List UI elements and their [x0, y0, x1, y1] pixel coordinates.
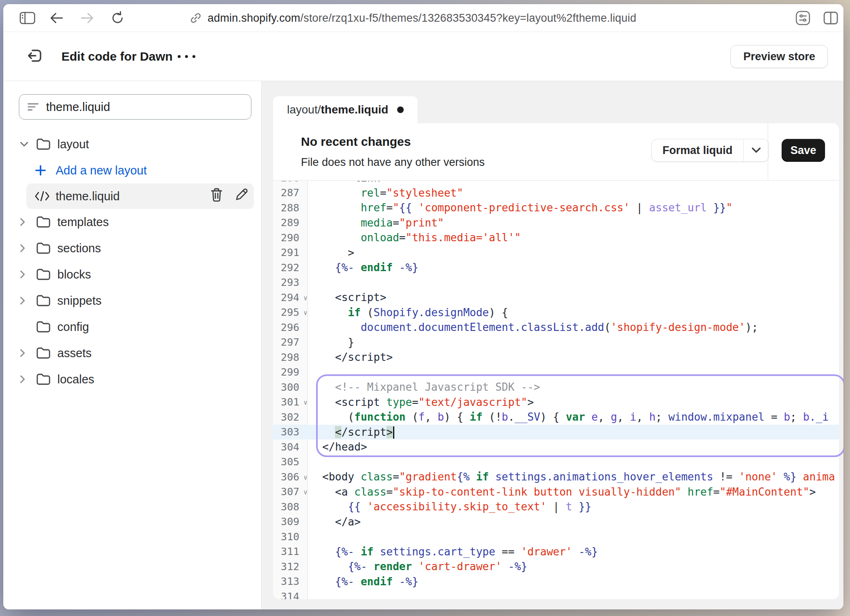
code-line-302[interactable]: 302 (function (f, b) { if (!b.__SV) { va…	[273, 410, 839, 425]
fold-toggle-icon[interactable]: ∨	[303, 488, 307, 496]
code-line-288[interactable]: 288 href="{{ 'component-predictive-searc…	[273, 200, 839, 215]
line-number: 313	[273, 575, 308, 587]
forward-icon[interactable]	[80, 12, 94, 24]
preview-store-button[interactable]: Preview store	[730, 45, 828, 68]
code-line-300[interactable]: 300 <!-- Mixpanel Javascript SDK -->	[273, 380, 839, 395]
code-line-296[interactable]: 296 document.documentElement.classList.a…	[273, 320, 839, 335]
page-settings-icon[interactable]	[795, 11, 811, 25]
sidebar-item-theme-liquid[interactable]: theme.liquid	[26, 183, 254, 209]
code-line-305[interactable]: 305	[273, 455, 839, 470]
code-line-295[interactable]: 295∨ if (Shopify.designMode) {	[273, 305, 839, 320]
code-line-314[interactable]: 314	[273, 589, 839, 599]
line-number: 293	[273, 276, 308, 288]
reload-icon[interactable]	[111, 11, 124, 25]
sidebar-item-label: layout	[57, 138, 89, 151]
chevron-right-icon	[20, 349, 25, 358]
folder-icon	[36, 373, 51, 385]
code-line-311[interactable]: 311 {%- if settings.cart_type == 'drawer…	[273, 544, 839, 559]
sidebar-item-config[interactable]: config	[3, 314, 261, 340]
format-liquid-button[interactable]: Format liquid	[651, 139, 769, 162]
split-view-icon[interactable]	[823, 11, 838, 25]
format-options-chevron[interactable]	[743, 139, 769, 161]
plus-icon	[34, 164, 47, 177]
code-editor[interactable]: 286 <link287 rel="stylesheet"288 href="{…	[273, 181, 839, 599]
code-line-303[interactable]: 303 </script>	[273, 425, 839, 440]
sidebar-item-layout[interactable]: layout	[3, 131, 261, 157]
url-text: admin.shopify.com/store/rzq1xu-f5/themes…	[208, 12, 636, 25]
line-number: 291	[273, 247, 308, 258]
code-line-299[interactable]: 299	[273, 365, 839, 380]
browser-toolbar: admin.shopify.com/store/rzq1xu-f5/themes…	[3, 4, 843, 32]
fold-toggle-icon[interactable]: ∨	[303, 309, 307, 317]
sidebar-item-label: templates	[57, 215, 109, 229]
save-button[interactable]: Save	[782, 139, 825, 162]
code-editor-card: No recent changes File does not have any…	[273, 123, 839, 599]
code-line-313[interactable]: 313 {%- endif -%}	[273, 574, 839, 589]
code-line-292[interactable]: 292 {%- endif -%}	[273, 260, 839, 275]
line-number: 304	[273, 441, 308, 453]
sidebar-item-assets[interactable]: assets	[3, 340, 261, 366]
sidebar-item-sections[interactable]: sections	[3, 235, 261, 261]
chevron-right-icon	[20, 270, 25, 279]
fold-toggle-icon[interactable]: ∨	[303, 473, 307, 481]
chevron-down-icon	[20, 141, 29, 147]
fold-toggle-icon[interactable]: ∨	[303, 294, 307, 302]
sidebar-item-label: locales	[57, 373, 94, 386]
line-number: 300	[273, 381, 308, 393]
line-number: 298	[273, 351, 308, 363]
sidebar-item-snippets[interactable]: snippets	[3, 288, 261, 314]
sidebar-item-add-a-new-layout[interactable]: Add a new layout	[3, 157, 261, 183]
code-line-304[interactable]: 304</head>	[273, 439, 839, 455]
folder-icon	[36, 294, 51, 307]
code-line-306[interactable]: 306∨<body class="gradient{% if settings.…	[273, 469, 839, 485]
code-line-286[interactable]: 286 <link	[273, 181, 839, 186]
line-number: 286	[273, 181, 308, 184]
code-line-298[interactable]: 298 </script>	[273, 350, 839, 365]
trash-icon[interactable]	[210, 188, 223, 202]
code-line-290[interactable]: 290 onload="this.media='all'"	[273, 230, 839, 245]
line-number: 312	[273, 561, 308, 573]
code-line-289[interactable]: 289 media="print"	[273, 215, 839, 231]
code-line-297[interactable]: 297 }	[273, 335, 839, 350]
file-filter-input[interactable]	[46, 100, 243, 114]
file-sidebar: layoutAdd a new layouttheme.liquidtempla…	[3, 81, 261, 609]
back-icon[interactable]	[50, 12, 63, 24]
line-number: 287	[273, 187, 308, 199]
line-number: 292	[273, 262, 308, 274]
more-menu-button[interactable]	[174, 51, 199, 62]
file-filter-box[interactable]	[19, 94, 251, 120]
address-bar[interactable]: admin.shopify.com/store/rzq1xu-f5/themes…	[190, 4, 636, 32]
code-line-294[interactable]: 294∨ <script>	[273, 290, 839, 305]
fold-toggle-icon[interactable]: ∨	[303, 399, 307, 406]
exit-editor-button[interactable]	[24, 44, 47, 67]
line-number: 296	[273, 322, 308, 333]
code-line-287[interactable]: 287 rel="stylesheet"	[273, 186, 839, 201]
code-line-308[interactable]: 308 {{ 'accessibility.skip_to_text' | t …	[273, 499, 839, 514]
pencil-button[interactable]	[235, 188, 248, 205]
sidebar-item-blocks[interactable]: blocks	[3, 261, 261, 288]
code-line-293[interactable]: 293	[273, 275, 839, 290]
app-header: Edit code for Dawn Preview store	[3, 32, 843, 81]
code-line-309[interactable]: 309 </a>	[273, 514, 839, 530]
tab-theme-liquid[interactable]: layout/theme.liquid	[273, 96, 418, 123]
code-line-310[interactable]: 310	[273, 529, 839, 544]
sidebar-toggle-icon[interactable]	[20, 12, 35, 24]
folder-icon	[36, 242, 51, 254]
line-number: 297	[273, 336, 308, 348]
sidebar-item-label: assets	[57, 346, 92, 360]
format-liquid-label: Format liquid	[652, 139, 743, 161]
pencil-icon[interactable]	[235, 188, 248, 201]
exit-icon	[27, 47, 44, 64]
trash-button[interactable]	[210, 188, 223, 205]
code-line-307[interactable]: 307∨ <a class="skip-to-content-link butt…	[273, 485, 839, 500]
sidebar-item-templates[interactable]: templates	[3, 209, 261, 235]
sidebar-item-locales[interactable]: locales	[3, 366, 261, 392]
line-number: 289	[273, 217, 308, 229]
code-line-291[interactable]: 291 >	[273, 245, 839, 260]
folder-icon	[36, 216, 51, 228]
line-number: 295∨	[273, 306, 308, 318]
code-line-312[interactable]: 312 {%- render 'cart-drawer' -%}	[273, 559, 839, 574]
code-line-301[interactable]: 301∨ <script type="text/javascript">	[273, 395, 839, 410]
chevron-right-icon	[20, 217, 25, 226]
tab-label: layout/theme.liquid	[287, 103, 388, 116]
